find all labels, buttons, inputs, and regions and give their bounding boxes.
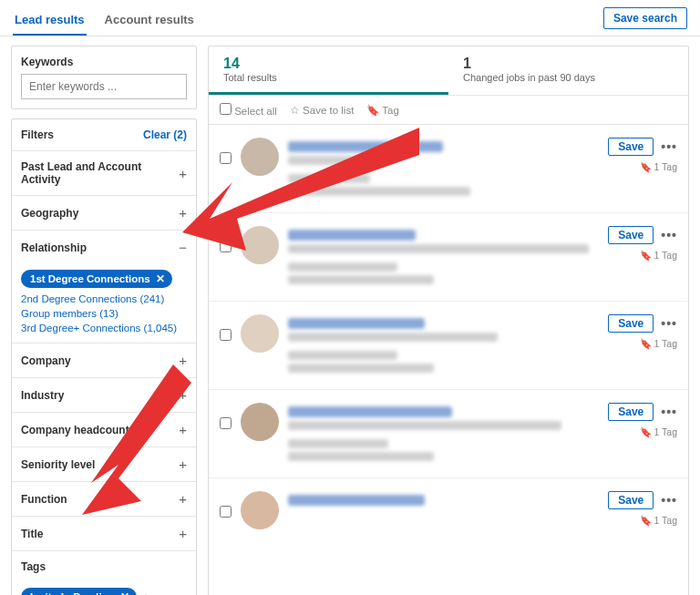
minus-icon: − [179,240,187,255]
save-lead-button[interactable]: Save [608,226,654,244]
save-lead-button[interactable]: Save [608,314,654,333]
save-to-list-action[interactable]: ☆ Save to list [290,104,354,117]
result-row: Save ••• 🔖 1 Tag [209,390,688,478]
tag-pill-invited-pending[interactable]: Invited - Pending ✕ [21,588,137,595]
tag-count: 🔖 1 Tag [640,515,677,527]
more-actions-icon[interactable]: ••• [661,139,677,154]
results-list: Save ••• 🔖 1 Tag Save [209,125,688,542]
select-all-checkbox[interactable]: Select all [220,103,277,117]
stat-changed-jobs[interactable]: 1 Changed jobs in past 90 days [448,46,688,95]
keywords-input[interactable] [21,74,187,99]
plus-icon: + [179,457,187,472]
filter-function[interactable]: Function + [12,482,196,517]
clear-filters-link[interactable]: Clear (2) [143,128,187,141]
plus-icon: + [179,353,187,368]
avatar[interactable] [241,491,279,529]
tag-action[interactable]: 🔖 Tag [366,104,399,117]
filter-seniority[interactable]: Seniority level + [12,447,196,482]
row-checkbox[interactable] [220,506,232,518]
plus-icon: + [179,491,187,507]
row-checkbox[interactable] [220,417,232,429]
relationship-opt-3rd[interactable]: 3rd Degree+ Connections (1,045) [21,323,187,333]
save-lead-button[interactable]: Save [608,138,654,156]
avatar[interactable] [241,403,279,441]
keywords-label: Keywords [21,56,187,68]
more-actions-icon[interactable]: ••• [661,316,677,331]
result-row: Save ••• 🔖 1 Tag [209,478,688,542]
plus-icon: + [179,526,187,541]
plus-icon: + [179,422,187,437]
avatar[interactable] [241,138,279,176]
results-panel: 14 Total results 1 Changed jobs in past … [208,46,689,595]
row-checkbox[interactable] [220,241,232,252]
plus-icon: + [179,166,187,181]
save-search-button[interactable]: Save search [603,7,687,29]
filter-headcount[interactable]: Company headcount + [12,413,196,447]
more-actions-icon[interactable]: ••• [661,493,677,508]
more-actions-icon[interactable]: ••• [661,228,677,242]
filter-industry[interactable]: Industry + [12,378,196,413]
stat-total-results[interactable]: 14 Total results [209,46,448,95]
result-row: Save ••• 🔖 1 Tag [209,125,688,213]
add-tag-icon[interactable]: + [142,590,150,596]
avatar[interactable] [241,314,279,353]
results-tabs: Lead results Account results [13,5,196,36]
tag-count: 🔖 1 Tag [640,426,677,438]
tag-count: 🔖 1 Tag [640,161,677,173]
remove-pill-icon[interactable]: ✕ [156,272,165,285]
plus-icon: + [179,387,187,403]
row-checkbox[interactable] [220,329,232,341]
filter-past-activity[interactable]: Past Lead and Account Activity + [12,151,196,196]
filter-geography[interactable]: Geography + [12,196,196,231]
remove-pill-icon[interactable]: ✕ [120,590,129,595]
filters-title: Filters [21,128,54,141]
more-actions-icon[interactable]: ••• [661,405,677,419]
filter-tags[interactable]: Tags [12,551,196,582]
filter-company[interactable]: Company + [12,344,196,378]
avatar[interactable] [241,226,279,264]
plus-icon: + [179,205,187,221]
save-lead-button[interactable]: Save [608,491,654,509]
relationship-pill-1st-degree[interactable]: 1st Degree Connections ✕ [21,270,172,288]
relationship-opt-group[interactable]: Group members (13) [21,308,187,319]
result-row: Save ••• 🔖 1 Tag [209,302,688,390]
filters-sidebar: Keywords Filters Clear (2) Past Lead and… [11,46,197,595]
tag-count: 🔖 1 Tag [640,338,677,350]
tab-lead-results[interactable]: Lead results [13,5,87,36]
tag-count: 🔖 1 Tag [640,250,677,262]
filter-relationship[interactable]: Relationship − [12,231,196,264]
result-row: Save ••• 🔖 1 Tag [209,213,688,302]
save-lead-button[interactable]: Save [608,403,654,421]
tab-account-results[interactable]: Account results [103,5,196,36]
filter-title[interactable]: Title + [12,517,196,551]
relationship-opt-2nd[interactable]: 2nd Degree Connections (241) [21,293,187,304]
row-checkbox[interactable] [220,152,232,164]
